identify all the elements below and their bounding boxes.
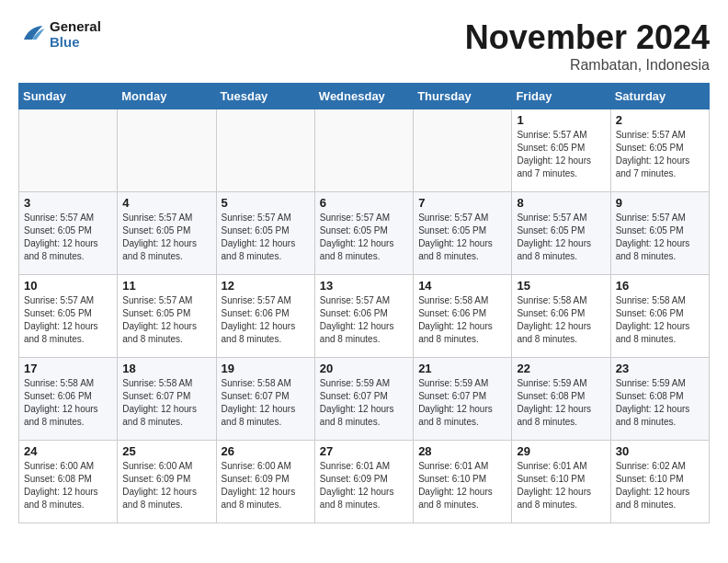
calendar-week-5: 24Sunrise: 6:00 AM Sunset: 6:08 PM Dayli… bbox=[19, 441, 710, 523]
calendar-cell: 18Sunrise: 5:58 AM Sunset: 6:07 PM Dayli… bbox=[118, 358, 216, 441]
calendar-cell: 9Sunrise: 5:57 AM Sunset: 6:05 PM Daylig… bbox=[610, 192, 709, 275]
day-number: 16 bbox=[616, 279, 704, 293]
calendar-week-2: 3Sunrise: 5:57 AM Sunset: 6:05 PM Daylig… bbox=[19, 192, 710, 275]
day-info: Sunrise: 5:58 AM Sunset: 6:07 PM Dayligh… bbox=[222, 377, 310, 429]
day-number: 18 bbox=[122, 362, 210, 375]
calendar-week-3: 10Sunrise: 5:57 AM Sunset: 6:05 PM Dayli… bbox=[19, 275, 710, 358]
logo-text: General Blue bbox=[50, 18, 101, 50]
calendar-week-4: 17Sunrise: 5:58 AM Sunset: 6:06 PM Dayli… bbox=[19, 358, 710, 441]
day-number: 7 bbox=[418, 196, 506, 210]
column-header-friday: Friday bbox=[512, 84, 610, 109]
day-info: Sunrise: 6:00 AM Sunset: 6:08 PM Dayligh… bbox=[24, 460, 112, 511]
day-info: Sunrise: 5:57 AM Sunset: 6:05 PM Dayligh… bbox=[517, 129, 605, 180]
calendar-cell: 14Sunrise: 5:58 AM Sunset: 6:06 PM Dayli… bbox=[414, 275, 512, 358]
day-info: Sunrise: 5:57 AM Sunset: 6:05 PM Dayligh… bbox=[122, 294, 210, 346]
day-info: Sunrise: 6:01 AM Sunset: 6:10 PM Dayligh… bbox=[418, 460, 506, 511]
day-number: 20 bbox=[320, 362, 408, 375]
calendar-cell bbox=[19, 109, 118, 192]
calendar-cell: 6Sunrise: 5:57 AM Sunset: 6:05 PM Daylig… bbox=[314, 192, 413, 275]
day-info: Sunrise: 5:57 AM Sunset: 6:06 PM Dayligh… bbox=[320, 294, 408, 346]
calendar-cell: 12Sunrise: 5:57 AM Sunset: 6:06 PM Dayli… bbox=[216, 275, 314, 358]
calendar-cell: 3Sunrise: 5:57 AM Sunset: 6:05 PM Daylig… bbox=[19, 192, 118, 275]
day-info: Sunrise: 5:57 AM Sunset: 6:05 PM Dayligh… bbox=[24, 212, 112, 263]
day-number: 6 bbox=[320, 196, 408, 210]
day-info: Sunrise: 5:57 AM Sunset: 6:05 PM Dayligh… bbox=[616, 212, 704, 263]
calendar-cell: 22Sunrise: 5:59 AM Sunset: 6:08 PM Dayli… bbox=[512, 358, 610, 441]
column-header-wednesday: Wednesday bbox=[314, 84, 413, 109]
location: Rambatan, Indonesia bbox=[465, 57, 710, 74]
day-info: Sunrise: 5:58 AM Sunset: 6:06 PM Dayligh… bbox=[418, 294, 506, 346]
calendar-cell: 30Sunrise: 6:02 AM Sunset: 6:10 PM Dayli… bbox=[610, 441, 709, 523]
calendar-cell: 11Sunrise: 5:57 AM Sunset: 6:05 PM Dayli… bbox=[118, 275, 216, 358]
day-info: Sunrise: 5:59 AM Sunset: 6:07 PM Dayligh… bbox=[418, 377, 506, 429]
month-title: November 2024 bbox=[465, 18, 710, 57]
column-header-thursday: Thursday bbox=[414, 84, 512, 109]
logo: General Blue bbox=[18, 18, 101, 50]
day-number: 10 bbox=[24, 279, 112, 293]
day-info: Sunrise: 6:01 AM Sunset: 6:10 PM Dayligh… bbox=[517, 460, 605, 511]
day-number: 11 bbox=[122, 279, 210, 293]
day-number: 14 bbox=[418, 279, 506, 293]
calendar-cell: 28Sunrise: 6:01 AM Sunset: 6:10 PM Dayli… bbox=[414, 441, 512, 523]
day-number: 17 bbox=[24, 362, 112, 375]
calendar-cell: 8Sunrise: 5:57 AM Sunset: 6:05 PM Daylig… bbox=[512, 192, 610, 275]
calendar-cell: 15Sunrise: 5:58 AM Sunset: 6:06 PM Dayli… bbox=[512, 275, 610, 358]
day-info: Sunrise: 5:57 AM Sunset: 6:05 PM Dayligh… bbox=[222, 212, 310, 263]
calendar-cell: 4Sunrise: 5:57 AM Sunset: 6:05 PM Daylig… bbox=[118, 192, 216, 275]
day-number: 23 bbox=[616, 362, 704, 375]
calendar-cell: 1Sunrise: 5:57 AM Sunset: 6:05 PM Daylig… bbox=[512, 109, 610, 192]
calendar-cell: 27Sunrise: 6:01 AM Sunset: 6:09 PM Dayli… bbox=[314, 441, 413, 523]
calendar-cell bbox=[216, 109, 314, 192]
day-number: 25 bbox=[122, 444, 210, 458]
calendar-cell: 13Sunrise: 5:57 AM Sunset: 6:06 PM Dayli… bbox=[314, 275, 413, 358]
day-number: 9 bbox=[616, 196, 704, 210]
calendar-cell: 25Sunrise: 6:00 AM Sunset: 6:09 PM Dayli… bbox=[118, 441, 216, 523]
day-info: Sunrise: 6:01 AM Sunset: 6:09 PM Dayligh… bbox=[320, 460, 408, 511]
calendar-cell bbox=[118, 109, 216, 192]
day-info: Sunrise: 6:02 AM Sunset: 6:10 PM Dayligh… bbox=[616, 460, 704, 511]
calendar-week-1: 1Sunrise: 5:57 AM Sunset: 6:05 PM Daylig… bbox=[19, 109, 710, 192]
calendar-cell: 20Sunrise: 5:59 AM Sunset: 6:07 PM Dayli… bbox=[314, 358, 413, 441]
column-header-sunday: Sunday bbox=[19, 84, 118, 109]
calendar-cell: 10Sunrise: 5:57 AM Sunset: 6:05 PM Dayli… bbox=[19, 275, 118, 358]
title-block: November 2024 Rambatan, Indonesia bbox=[465, 18, 710, 74]
day-info: Sunrise: 5:57 AM Sunset: 6:05 PM Dayligh… bbox=[320, 212, 408, 263]
calendar-cell: 21Sunrise: 5:59 AM Sunset: 6:07 PM Dayli… bbox=[414, 358, 512, 441]
calendar-cell: 7Sunrise: 5:57 AM Sunset: 6:05 PM Daylig… bbox=[414, 192, 512, 275]
day-info: Sunrise: 6:00 AM Sunset: 6:09 PM Dayligh… bbox=[222, 460, 310, 511]
day-info: Sunrise: 5:57 AM Sunset: 6:05 PM Dayligh… bbox=[24, 294, 112, 346]
day-number: 30 bbox=[616, 444, 704, 458]
day-number: 1 bbox=[517, 113, 605, 127]
logo-icon bbox=[18, 20, 46, 48]
day-number: 19 bbox=[222, 362, 310, 375]
column-header-saturday: Saturday bbox=[610, 84, 709, 109]
day-number: 12 bbox=[222, 279, 310, 293]
day-number: 26 bbox=[222, 444, 310, 458]
day-info: Sunrise: 5:57 AM Sunset: 6:05 PM Dayligh… bbox=[616, 129, 704, 180]
day-info: Sunrise: 5:59 AM Sunset: 6:08 PM Dayligh… bbox=[616, 377, 704, 429]
calendar-cell bbox=[414, 109, 512, 192]
day-info: Sunrise: 5:59 AM Sunset: 6:07 PM Dayligh… bbox=[320, 377, 408, 429]
calendar-table: SundayMondayTuesdayWednesdayThursdayFrid… bbox=[18, 83, 710, 523]
day-info: Sunrise: 5:57 AM Sunset: 6:06 PM Dayligh… bbox=[222, 294, 310, 346]
calendar-cell: 16Sunrise: 5:58 AM Sunset: 6:06 PM Dayli… bbox=[610, 275, 709, 358]
day-info: Sunrise: 5:58 AM Sunset: 6:06 PM Dayligh… bbox=[517, 294, 605, 346]
calendar-cell: 19Sunrise: 5:58 AM Sunset: 6:07 PM Dayli… bbox=[216, 358, 314, 441]
calendar-header-row: SundayMondayTuesdayWednesdayThursdayFrid… bbox=[19, 84, 710, 109]
day-info: Sunrise: 5:58 AM Sunset: 6:06 PM Dayligh… bbox=[24, 377, 112, 429]
day-number: 5 bbox=[222, 196, 310, 210]
calendar-cell bbox=[314, 109, 413, 192]
day-number: 8 bbox=[517, 196, 605, 210]
day-info: Sunrise: 5:58 AM Sunset: 6:06 PM Dayligh… bbox=[616, 294, 704, 346]
day-number: 27 bbox=[320, 444, 408, 458]
calendar-cell: 26Sunrise: 6:00 AM Sunset: 6:09 PM Dayli… bbox=[216, 441, 314, 523]
calendar-cell: 17Sunrise: 5:58 AM Sunset: 6:06 PM Dayli… bbox=[19, 358, 118, 441]
page-header: General Blue November 2024 Rambatan, Ind… bbox=[18, 18, 710, 74]
day-number: 2 bbox=[616, 113, 704, 127]
calendar-cell: 5Sunrise: 5:57 AM Sunset: 6:05 PM Daylig… bbox=[216, 192, 314, 275]
day-info: Sunrise: 5:57 AM Sunset: 6:05 PM Dayligh… bbox=[418, 212, 506, 263]
day-number: 21 bbox=[418, 362, 506, 375]
day-number: 22 bbox=[517, 362, 605, 375]
day-info: Sunrise: 5:59 AM Sunset: 6:08 PM Dayligh… bbox=[517, 377, 605, 429]
day-number: 28 bbox=[418, 444, 506, 458]
